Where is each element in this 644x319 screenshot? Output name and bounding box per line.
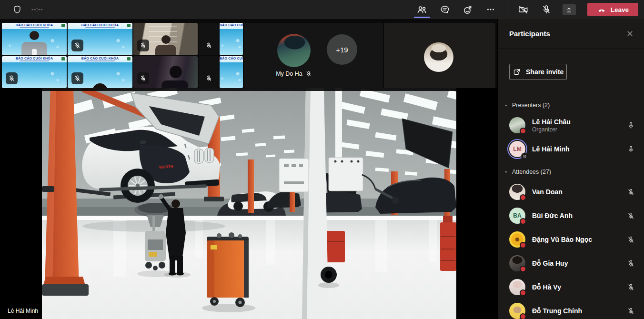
chevron-down-icon: [503, 103, 509, 108]
leave-button[interactable]: Leave: [587, 3, 638, 16]
slide-title: BÁO CÁO CUỐI KHÓA: [220, 57, 243, 60]
mic-off-icon[interactable]: [627, 188, 635, 196]
participant-row[interactable]: Lê Hải Châu Organizer: [498, 113, 644, 137]
avatar-initials: BA: [513, 212, 521, 219]
overflow-participants-badge[interactable]: +19: [327, 34, 357, 65]
presence-busy-badge: [520, 218, 526, 225]
share-invite-icon: [513, 68, 521, 76]
audio-participant-tile[interactable]: My Do Ha +19: [244, 23, 383, 88]
participant-row[interactable]: Đặng Vũ Bảo Ngọc: [498, 228, 644, 251]
mic-off-icon[interactable]: [627, 283, 635, 291]
mic-off-icon[interactable]: [627, 307, 635, 315]
video-tile[interactable]: BÁO CÁO CUỐI KHÓA: [220, 56, 243, 88]
participant-name: Đặng Vũ Bảo Ngọc: [532, 236, 592, 243]
participant-row[interactable]: Đỗ Gia Huy: [498, 251, 644, 275]
mic-off-icon: [305, 70, 312, 77]
person-head: [161, 35, 171, 44]
people-icon: [416, 4, 427, 15]
participant-name: Lê Hải Minh: [532, 145, 570, 153]
mic-off-icon[interactable]: [627, 259, 635, 268]
video-tile[interactable]: BÁO CÁO CUỐI KHÓA: [2, 23, 67, 55]
avatar: LM: [509, 141, 525, 157]
avatar: [509, 184, 525, 200]
mic-toggle-button[interactable]: [535, 0, 558, 19]
participant-row[interactable]: LM Lê Hải Minh: [498, 137, 644, 161]
participant-role: Organizer: [532, 126, 571, 133]
participants-button[interactable]: [411, 0, 433, 19]
person-head: [170, 66, 182, 78]
video-tile[interactable]: [133, 23, 198, 55]
mic-muted-badge: [71, 72, 83, 84]
video-tile[interactable]: BÁO CÁO CUỐI KHÓA: [68, 56, 132, 88]
video-tile[interactable]: BÁO CÁO CUỐI KHÓA: [2, 56, 67, 88]
participant-row[interactable]: Van Doan: [498, 180, 644, 204]
presence-busy-badge: [520, 128, 526, 134]
share-tray-icon: [565, 6, 573, 14]
slide-subtitle: [20, 27, 50, 28]
mic-off-icon: [74, 42, 81, 49]
shared-video-content: WURTH: [42, 88, 456, 319]
mic-off-icon: [541, 4, 552, 15]
share-invite-label: Share invite: [526, 68, 564, 76]
participant-row[interactable]: Đỗ Hà Vy: [498, 275, 644, 299]
camera-toggle-button[interactable]: [512, 0, 535, 19]
video-tile[interactable]: BÁO CÁO CUỐI KHÓA: [68, 23, 132, 55]
participant-name: Van Doan: [532, 188, 563, 196]
close-panel-button[interactable]: [623, 27, 637, 41]
slide-title: BÁO CÁO CUỐI KHÓA: [2, 23, 67, 27]
workshop-scene: WURTH: [42, 88, 456, 319]
avatar: [509, 255, 525, 271]
video-tile[interactable]: [133, 56, 198, 88]
video-tile[interactable]: [199, 56, 219, 88]
avatar: [277, 34, 311, 67]
video-tile[interactable]: [199, 23, 219, 55]
attendees-section-header[interactable]: Attendees (27): [503, 169, 644, 175]
participant-name: Đỗ Hà Vy: [532, 283, 561, 291]
participants-panel: Participants Share invite Presenters (2)…: [497, 19, 644, 319]
mic-off-icon: [205, 42, 212, 49]
mic-off-icon: [74, 75, 81, 82]
share-invite-button[interactable]: Share invite: [509, 64, 567, 80]
slide-title: BÁO CÁO CUỐI KHÓA: [220, 23, 243, 27]
avatar: BA: [509, 208, 525, 224]
presence-busy-badge: [520, 194, 526, 201]
mic-muted-badge: [203, 72, 215, 84]
person-body: [155, 45, 176, 55]
panel-title: Participants: [509, 30, 550, 38]
share-screen-button[interactable]: [558, 0, 581, 19]
participant-row[interactable]: BA Bùi Đức Anh: [498, 204, 644, 228]
meeting-timer: --:--: [31, 6, 43, 13]
participant-name: Bùi Đức Anh: [532, 212, 573, 219]
avatar: [509, 303, 525, 319]
phone-down-icon: [597, 5, 606, 14]
mic-on-icon[interactable]: [627, 121, 635, 130]
section-label: Presenters (2): [512, 102, 550, 109]
video-tile[interactable]: BÁO CÁO CUỐI KHÓA: [220, 23, 243, 55]
avatar-initials: LM: [513, 146, 521, 152]
leave-label: Leave: [611, 6, 629, 13]
person-head: [92, 83, 108, 88]
presenters-section-header[interactable]: Presenters (2): [503, 102, 644, 109]
reactions-button[interactable]: [456, 0, 479, 19]
mic-off-icon[interactable]: [627, 236, 635, 244]
audio-participant-tile[interactable]: [384, 23, 495, 88]
toolbar-divider: [507, 4, 507, 15]
slide-logo: [3, 24, 10, 26]
mic-on-icon[interactable]: [627, 145, 635, 153]
mic-off-icon[interactable]: [627, 212, 635, 220]
presence-busy-badge: [520, 289, 526, 296]
slide-title: BÁO CÁO CUỐI KHÓA: [68, 57, 132, 60]
chat-button[interactable]: [433, 0, 456, 19]
participant-row[interactable]: Đỗ Trung Chính: [498, 299, 644, 319]
avatar: [424, 42, 453, 72]
avatar: [509, 279, 525, 295]
mic-off-icon: [8, 75, 15, 82]
mic-off-icon: [140, 75, 147, 82]
mic-muted-badge: [6, 72, 18, 84]
mic-off-icon: [140, 42, 147, 49]
mic-muted-badge: [137, 40, 149, 51]
mic-muted-badge: [71, 40, 83, 51]
more-options-button[interactable]: [479, 0, 502, 19]
chevron-down-icon: [503, 169, 509, 175]
meeting-toolbar: --:-- Leave: [0, 0, 644, 19]
